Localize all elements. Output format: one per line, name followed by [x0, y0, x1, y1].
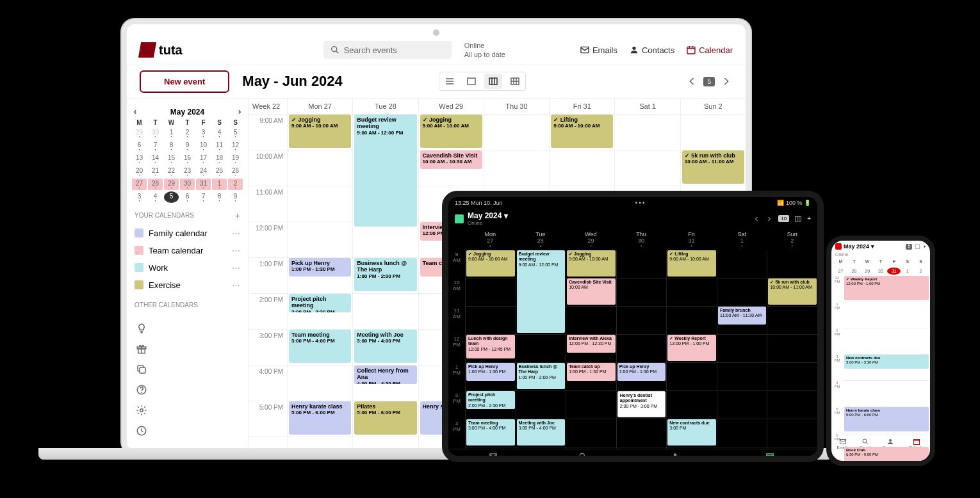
tablet-event[interactable]: Pick up Henry1:00 PM - 1:30 PM	[466, 363, 515, 381]
mini-cal-day[interactable]: 22	[164, 166, 179, 177]
tablet-nav-search[interactable]: Search	[575, 452, 591, 462]
calendar-event[interactable]: ✓ 5k run with club10:00 AM - 11:00 AM	[682, 150, 744, 184]
phone-event[interactable]: Henry karate class5:00 PM - 6:00 PM	[844, 407, 929, 431]
phone-date[interactable]: 28	[847, 268, 861, 275]
mini-cal-day[interactable]: 5	[228, 127, 243, 139]
calendar-event[interactable]: Collect Henry from Ana4:00 PM - 4:30 PM	[354, 365, 416, 385]
mini-cal-day[interactable]: 4	[212, 127, 227, 139]
phone-date[interactable]: 27	[834, 268, 847, 275]
mini-cal-day[interactable]: 26	[228, 166, 243, 177]
phone-date[interactable]: 29	[861, 268, 874, 275]
phone-date[interactable]: 1	[901, 268, 914, 275]
mini-cal-day[interactable]: 6	[132, 140, 147, 152]
calendar-event[interactable]: Pick up Henry1:00 PM - 1:30 PM	[289, 258, 351, 277]
copy-icon[interactable]	[136, 364, 147, 375]
today-chip[interactable]: 5	[703, 77, 715, 86]
mini-cal-day[interactable]: 24	[196, 166, 211, 177]
phone-add-icon[interactable]: +	[923, 244, 926, 250]
lightbulb-icon[interactable]	[136, 323, 147, 334]
tablet-nav-contacts[interactable]: Contacts	[665, 452, 685, 462]
mini-cal-day[interactable]: 30	[180, 179, 195, 190]
phone-title[interactable]: May 2024 ▾	[844, 243, 874, 250]
logo[interactable]: tuta	[140, 42, 183, 58]
mini-cal-day[interactable]: 2	[180, 127, 195, 139]
mini-cal-day[interactable]: 28	[148, 179, 163, 190]
tablet-day-column[interactable]: Pick up Henry1:00 PM - 1:30 PMHenry's de…	[616, 250, 667, 449]
tablet-add-icon[interactable]: +	[807, 215, 811, 222]
view-list[interactable]	[441, 74, 459, 89]
next-button[interactable]	[720, 75, 733, 88]
tablet-nav-calendar[interactable]: Calendar	[760, 452, 780, 462]
tablet-event[interactable]: Business lunch @ The Harp1:00 PM - 2:00 …	[517, 363, 566, 389]
phone-view-icon[interactable]	[915, 244, 920, 250]
logout-icon[interactable]	[136, 425, 147, 437]
calendar-item[interactable]: Team calendar⋯	[127, 242, 248, 259]
phone-date[interactable]: 2	[914, 268, 927, 275]
mini-cal-day[interactable]: 21	[148, 166, 163, 177]
tablet-event[interactable]: Lunch with design team12:00 PM - 12:45 P…	[466, 335, 515, 358]
phone-date[interactable]: 31	[887, 268, 901, 275]
mini-cal-day[interactable]: 20	[132, 166, 147, 177]
mini-cal-day[interactable]: 16	[180, 153, 195, 165]
tablet-event[interactable]: ✓ Jogging9:00 AM - 10:00 AM	[567, 250, 616, 277]
view-month[interactable]	[506, 74, 524, 89]
mini-cal-day[interactable]: 7	[196, 191, 211, 203]
tablet-prev-icon[interactable]	[753, 215, 760, 223]
add-calendar-icon[interactable]: +	[235, 211, 240, 221]
tablet-event[interactable]: Budget review meeting9:00 AM - 12:00 PM	[517, 250, 566, 333]
mini-next[interactable]	[236, 109, 243, 115]
tablet-event[interactable]: ✓ Lifting9:00 AM - 10:00 AM	[667, 250, 716, 277]
phone-event[interactable]: New contracts due3:00 PM - 3:30 PM	[844, 355, 929, 369]
tablet-today-chip[interactable]: 10	[778, 215, 789, 222]
calendar-item[interactable]: Family calendar⋯	[127, 225, 248, 242]
mini-cal-day[interactable]: 4	[148, 191, 163, 203]
tablet-day-column[interactable]: Budget review meeting9:00 AM - 12:00 PMB…	[516, 250, 566, 449]
calendar-event[interactable]: Meeting with Joe3:00 PM - 4:00 PM	[354, 330, 416, 363]
gear-icon[interactable]	[136, 405, 147, 416]
phone-today-chip[interactable]: 5	[906, 244, 912, 250]
mini-prev[interactable]	[132, 109, 138, 115]
mini-cal-day[interactable]: 23	[180, 166, 195, 177]
mini-cal-day[interactable]: 8	[212, 191, 227, 203]
tablet-event[interactable]: ✓ Weekly Report12:00 PM - 1:00 PM	[667, 335, 716, 361]
tablet-day-column[interactable]: ✓ Jogging9:00 AM - 10:00 AMLunch with de…	[465, 250, 516, 449]
mini-cal-day[interactable]: 11	[212, 140, 227, 152]
tablet-week-view-icon[interactable]	[794, 215, 802, 223]
tablet-nav-emails[interactable]: Emails	[486, 452, 501, 462]
day-column[interactable]: Budget review meeting9:00 AM - 12:00 PMB…	[352, 115, 418, 449]
mini-cal-day[interactable]: 25	[212, 166, 227, 177]
mini-cal-day[interactable]: 9	[180, 140, 195, 152]
mini-cal-day[interactable]: 27	[132, 179, 147, 190]
mini-cal-day[interactable]: 29	[164, 179, 179, 190]
mini-cal-day[interactable]: 1	[212, 179, 227, 190]
calendar-event[interactable]: Budget review meeting9:00 AM - 12:00 PM	[354, 115, 416, 227]
mini-cal-day[interactable]: 3	[196, 127, 211, 139]
tablet-day-column[interactable]: ✓ Lifting9:00 AM - 10:00 AM✓ Weekly Repo…	[666, 250, 717, 449]
mini-cal-day[interactable]: 3	[132, 191, 147, 203]
tablet-title[interactable]: May 2024 ▾	[468, 211, 508, 220]
calendar-event[interactable]: ✓ Lifting9:00 AM - 10:00 AM	[551, 115, 613, 148]
calendar-event[interactable]: ✓ Jogging9:00 AM - 10:00 AM	[289, 115, 351, 148]
mini-cal-day[interactable]: 30	[148, 127, 163, 139]
mini-cal-day[interactable]: 12	[228, 140, 243, 152]
calendar-event[interactable]: ✓ Jogging9:00 AM - 10:00 AM	[420, 115, 482, 148]
tablet-event[interactable]: ✓ Jogging9:00 AM - 10:00 AM	[466, 250, 515, 277]
tablet-event[interactable]: Project pitch meeting2:00 PM - 2:30 PM	[466, 391, 515, 409]
tablet-event[interactable]: Meeting with Joe3:00 PM - 4:00 PM	[517, 419, 566, 446]
tablet-event[interactable]: Cavendish Site Visit10:00 AM	[567, 278, 616, 305]
phone-event[interactable]: Book Club6:30 PM - 9:00 PM	[844, 447, 929, 467]
mini-cal-day[interactable]: 6	[180, 191, 195, 203]
more-icon[interactable]: ⋯	[232, 263, 240, 273]
more-icon[interactable]: ⋯	[232, 229, 240, 238]
calendar-event[interactable]: Cavendish Site Visit10:00 AM - 10:30 AM	[420, 150, 482, 170]
mini-cal-day[interactable]: 9	[228, 191, 243, 203]
tablet-event[interactable]: ✓ 5k run with club10:00 AM - 11:00 AM	[768, 278, 817, 305]
mini-cal-day[interactable]: 13	[132, 153, 147, 165]
tablet-event[interactable]: Pick up Henry1:00 PM - 1:30 PM	[617, 363, 666, 381]
calendar-event[interactable]: Project pitch meeting2:00 PM - 2:30 PM	[289, 294, 351, 313]
new-event-button[interactable]: New event	[140, 70, 229, 93]
calendar-event[interactable]: Henry karate class5:00 PM - 6:00 PM	[289, 401, 351, 435]
tablet-event[interactable]: Team meeting3:00 PM - 4:00 PM	[466, 419, 515, 446]
calendar-item[interactable]: Exercise⋯	[127, 277, 248, 294]
tablet-event[interactable]: Team catch up1:00 PM - 1:30 PM	[567, 363, 616, 381]
